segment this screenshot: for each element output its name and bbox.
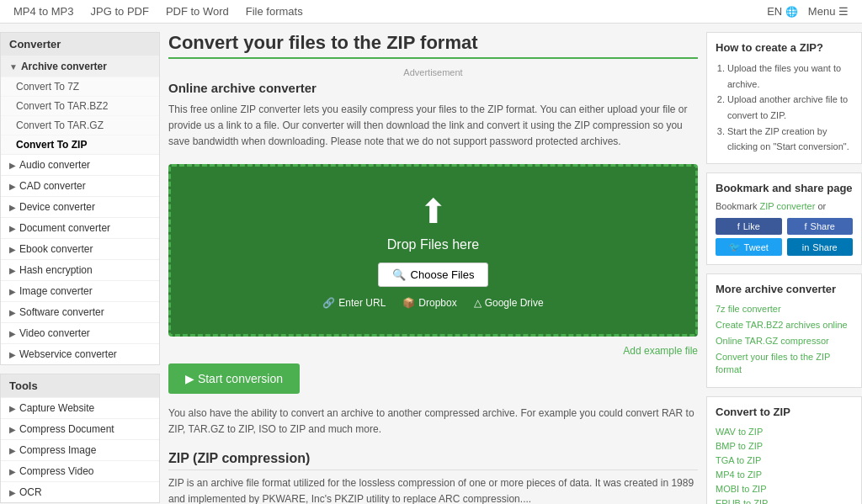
arrow-right-icon: ▶ [9,350,16,359]
conversion-description: You also have the ability to convert an … [168,406,698,438]
sidebar-sub-7z[interactable]: Convert To 7Z [1,77,159,96]
sidebar-item-document[interactable]: ▶ Document converter [1,217,159,238]
arrow-right-icon: ▶ [9,329,16,338]
main-content: Convert your files to the ZIP format Adv… [168,32,698,504]
arrow-right-icon: ▶ [9,488,16,497]
zip-converter-link[interactable]: ZIP converter [760,201,816,211]
drop-zone[interactable]: ⬆ Drop Files here 🔍 Choose Files 🔗 Enter… [168,164,698,337]
convert-epub-zip: EPUB to ZIP [716,496,853,504]
choose-files-button[interactable]: 🔍 Choose Files [378,263,489,287]
more-archive-title: More archive converter [716,283,853,295]
top-navigation: MP4 to MP3 JPG to PDF PDF to Word File f… [0,0,862,24]
ad-label: Advertisement [168,67,698,77]
drop-text: Drop Files here [188,237,678,252]
globe-icon [785,5,798,18]
bookmark-title: Bookmark and share page [716,182,853,194]
title-underline [168,57,698,59]
tool-capture[interactable]: ▶ Capture Website [1,397,159,418]
linkedin-share-button[interactable]: in Share [787,238,854,256]
arrow-right-icon: ▶ [9,224,16,233]
how-to-list: Upload the files you want to archive. Up… [716,61,853,155]
language-selector[interactable]: EN [767,5,798,18]
arrow-right-icon: ▶ [9,404,16,413]
description-text: This free online ZIP converter lets you … [168,102,698,151]
fb-icon: f [737,221,740,231]
example-file-link[interactable]: Add example file [168,345,698,357]
convert-to-zip-links: WAV to ZIP BMP to ZIP TGA to ZIP MP4 to … [716,425,853,504]
sidebar-sub-zip[interactable]: Convert To ZIP [1,135,159,154]
sidebar-converter-title: Converter [1,33,159,56]
tools-section: Tools ▶ Capture Website ▶ Compress Docum… [0,374,160,503]
more-link-targz: Online TAR.GZ compressor [716,334,853,347]
link-icon: 🔗 [322,297,335,309]
tool-compress-doc[interactable]: ▶ Compress Document [1,418,159,439]
search-icon: 🔍 [392,268,406,281]
start-conversion-button[interactable]: ▶ Start conversion [168,363,300,394]
sidebar-item-image[interactable]: ▶ Image converter [1,280,159,301]
tool-compress-video[interactable]: ▶ Compress Video [1,460,159,481]
sidebar-item-ebook[interactable]: ▶ Ebook converter [1,238,159,259]
nav-link-mp4[interactable]: MP4 to MP3 [13,5,74,18]
arrow-right-icon: ▶ [9,467,16,476]
dropbox-icon: 📦 [402,297,415,309]
enter-url-link[interactable]: 🔗 Enter URL [322,297,386,309]
sidebar-item-software[interactable]: ▶ Software converter [1,301,159,322]
sidebar-sub-tarbz2[interactable]: Convert To TAR.BZ2 [1,96,159,115]
convert-bmp-zip: BMP to ZIP [716,439,853,452]
sidebar-item-audio[interactable]: ▶ Audio converter [1,154,159,175]
left-sidebar: Converter ▼ Archive converter Convert To… [0,32,160,504]
convert-wav-zip: WAV to ZIP [716,425,853,438]
converter-section: Converter ▼ Archive converter Convert To… [0,32,160,365]
more-archive-links: 7z file converter Create TAR.BZ2 archive… [716,302,853,375]
arrow-right-icon: ▶ [9,425,16,434]
arrow-right-icon: ▶ [9,203,16,212]
drive-icon: △ [474,297,482,309]
how-to-step-2: Upload another archive file to convert t… [727,92,853,123]
drop-links: 🔗 Enter URL 📦 Dropbox △ Google Drive [188,297,678,309]
arrow-right-icon: ▶ [9,182,16,191]
social-row-2: 🐦 Tweet in Share [716,238,853,256]
how-to-section: How to create a ZIP? Upload the files yo… [706,32,862,164]
sidebar-item-cad[interactable]: ▶ CAD converter [1,175,159,196]
lang-label: EN [767,5,782,18]
how-to-step-1: Upload the files you want to archive. [727,61,853,92]
more-link-7z: 7z file converter [716,302,853,315]
more-link-zip: Convert your files to the ZIP format [716,350,853,375]
arrow-right-icon: ▶ [9,287,16,296]
sidebar-item-webservice[interactable]: ▶ Webservice converter [1,343,159,364]
arrow-down-icon: ▼ [9,62,18,72]
more-link-tarbz2: Create TAR.BZ2 archives online [716,318,853,331]
arrow-right-icon: ▶ [9,161,16,170]
convert-to-zip-section: Convert to ZIP WAV to ZIP BMP to ZIP TGA… [706,396,862,504]
sidebar-item-device[interactable]: ▶ Device converter [1,196,159,217]
facebook-like-button[interactable]: f Like [716,218,782,235]
bookmark-text: Bookmark ZIP converter or [716,201,853,211]
arrow-right-icon: ▶ [9,266,16,275]
how-to-title: How to create a ZIP? [716,41,853,54]
arrow-right-icon: ▶ [9,446,16,455]
sidebar-item-hash[interactable]: ▶ Hash encryption [1,259,159,280]
upload-icon: ⬆ [188,192,678,231]
menu-toggle[interactable]: Menu ☰ [808,5,849,18]
linkedin-icon: in [802,242,810,252]
fb-share-icon: f [805,221,807,231]
arrow-right-icon: ▶ [9,308,16,317]
google-drive-link[interactable]: △ Google Drive [474,297,544,309]
bookmark-section: Bookmark and share page Bookmark ZIP con… [706,172,862,265]
dropbox-link[interactable]: 📦 Dropbox [402,297,456,309]
twitter-icon: 🐦 [729,241,741,252]
twitter-tweet-button[interactable]: 🐦 Tweet [716,238,782,256]
archive-label: Archive converter [21,61,107,72]
zip-description: ZIP is an archive file format utilized f… [168,475,698,504]
sidebar-sub-targz[interactable]: Convert To TAR.GZ [1,115,159,135]
sidebar-item-archive[interactable]: ▼ Archive converter [1,56,159,77]
zip-section-title: ZIP (ZIP compression) [168,451,698,470]
nav-link-pdf[interactable]: PDF to Word [166,5,229,18]
nav-link-jpg[interactable]: JPG to PDF [91,5,149,18]
sidebar-item-video[interactable]: ▶ Video converter [1,322,159,343]
tool-ocr[interactable]: ▶ OCR [1,481,159,502]
right-sidebar: How to create a ZIP? Upload the files yo… [706,32,862,504]
tool-compress-img[interactable]: ▶ Compress Image [1,439,159,460]
facebook-share-button[interactable]: f Share [787,218,854,235]
nav-link-formats[interactable]: File formats [246,5,303,18]
